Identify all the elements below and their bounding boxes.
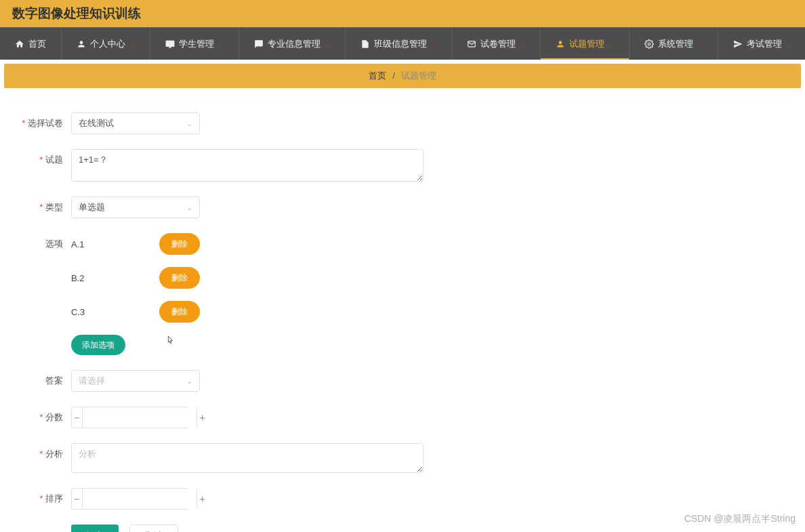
cancel-button[interactable]: 取消 [129,525,178,532]
minus-button[interactable]: － [72,489,83,509]
nav-item-8[interactable]: 考试管理⌄ [718,28,805,60]
monitor-icon [165,39,175,49]
nav-item-5[interactable]: 试卷管理⌄ [452,28,541,60]
analysis-label: 分析 [14,443,71,465]
nav-label: 首页 [28,38,46,50]
user-icon [556,39,565,49]
plane-icon [733,39,743,49]
option-text: C.3 [71,307,98,317]
nav-label: 试卷管理 [480,38,516,50]
chevron-down-icon: ⌄ [431,40,436,47]
mail-icon [467,39,476,49]
option-text: A.1 [71,239,98,249]
option-row: B.2删除 [71,267,200,289]
nav-label: 学生管理 [179,38,214,50]
nav-item-0[interactable]: 首页 [0,28,62,60]
cursor-icon [165,335,176,346]
home-icon [15,39,24,49]
sort-input[interactable] [83,489,197,509]
select-paper-label: 选择试卷 [14,112,71,134]
chevron-down-icon: ⌄ [129,40,135,47]
nav-label: 系统管理 [658,38,693,50]
user-icon [77,39,86,49]
type-label: 类型 [14,197,71,218]
plus-button[interactable]: ＋ [197,407,207,428]
chevron-down-icon: ⌄ [186,377,192,386]
breadcrumb-sep: / [392,70,395,81]
score-label: 分数 [14,407,71,428]
nav-label: 个人中心 [90,38,125,50]
gear-icon [644,39,654,49]
nav-label: 专业信息管理 [268,38,321,50]
app-header: 数字图像处理知识训练 [0,0,805,27]
plus-button[interactable]: ＋ [197,489,207,509]
question-form: 选择试卷 在线测试 ⌄ 试题 类型 单选题 ⌄ 选项 A.1删除B.2删除C.3… [0,92,474,532]
option-text: B.2 [71,273,98,283]
type-dropdown[interactable]: 单选题 ⌄ [71,197,200,218]
sort-label: 排序 [14,488,71,510]
sort-stepper[interactable]: － ＋ [71,488,189,510]
analysis-textarea[interactable] [71,443,424,473]
chevron-down-icon: ⌄ [786,40,791,47]
nav-item-4[interactable]: 班级信息管理⌄ [346,28,452,60]
chevron-down-icon: ⌄ [186,203,192,212]
answer-dropdown[interactable]: 请选择 ⌄ [71,370,200,392]
breadcrumb-current: 试题管理 [401,70,436,81]
nav-item-1[interactable]: 个人中心⌄ [62,28,150,60]
add-option-button[interactable]: 添加选项 [71,335,125,355]
chat-icon [254,39,264,49]
nav-label: 考试管理 [747,38,782,50]
chevron-down-icon: ⌄ [325,40,330,47]
delete-option-button[interactable]: 删除 [159,301,200,323]
question-textarea[interactable] [71,149,424,182]
nav-item-6[interactable]: 试题管理⌄ [541,28,629,60]
delete-option-button[interactable]: 删除 [159,233,200,255]
svg-point-1 [648,43,651,45]
option-row: A.1删除 [71,233,200,255]
question-label: 试题 [14,149,71,171]
submit-button[interactable]: 提交 [71,525,119,532]
score-stepper[interactable]: － ＋ [71,407,189,428]
nav-label: 试题管理 [569,38,604,50]
breadcrumb: 首页 / 试题管理 [4,64,801,88]
watermark: CSDN @凌晨两点半String [684,513,796,525]
minus-button[interactable]: － [72,407,83,428]
option-row: C.3删除 [71,301,200,323]
nav-item-7[interactable]: 系统管理⌄ [629,28,718,60]
app-title: 数字图像处理知识训练 [12,5,141,22]
score-input[interactable] [83,407,197,428]
answer-label: 答案 [14,370,71,392]
nav-item-2[interactable]: 学生管理⌄ [150,28,239,60]
nav-label: 班级信息管理 [374,38,427,50]
main-nav: 首页个人中心⌄学生管理⌄专业信息管理⌄班级信息管理⌄试卷管理⌄试题管理⌄系统管理… [0,27,805,60]
chevron-down-icon: ⌄ [520,40,525,47]
select-paper-dropdown[interactable]: 在线测试 ⌄ [71,112,200,134]
delete-option-button[interactable]: 删除 [159,267,200,289]
chevron-down-icon: ⌄ [608,40,614,47]
doc-icon [360,39,370,49]
chevron-down-icon: ⌄ [218,40,224,47]
options-label: 选项 [14,233,71,255]
chevron-down-icon: ⌄ [697,40,703,47]
chevron-down-icon: ⌄ [186,119,192,128]
breadcrumb-home[interactable]: 首页 [369,70,386,81]
nav-item-3[interactable]: 专业信息管理⌄ [239,28,346,60]
